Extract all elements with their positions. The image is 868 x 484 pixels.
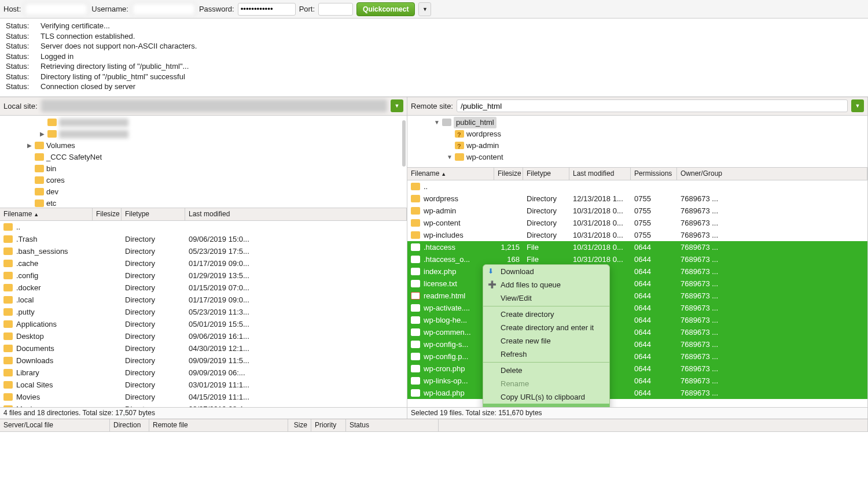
file-row[interactable]: wp-contentDirectory10/31/2018 0...075576… [407,217,867,229]
local-path-dropdown[interactable]: ▼ [391,99,403,112]
tree-item[interactable]: etc [2,198,404,208]
file-row[interactable]: LibraryDirectory09/09/2019 06:... [0,367,407,379]
port-input[interactable] [318,3,353,16]
file-row[interactable]: wp-blog-he...8 0...06447689673 ... [407,314,867,326]
menu-item[interactable]: View/Edit [483,291,609,305]
file-row[interactable]: wp-load.php8 0...06447689673 ... [407,387,867,399]
col-size[interactable]: Size [288,419,311,431]
file-permissions: 0644 [631,267,677,276]
remote-path-input[interactable] [457,99,848,112]
file-row[interactable]: license.txt8 0...06447689673 ... [407,278,867,290]
col-filesize[interactable]: Filesize [93,208,122,220]
col-priority[interactable]: Priority [311,419,346,431]
tree-item[interactable]: ▶Volumes [2,140,404,152]
tree-item[interactable]: xxxxxxxx [2,117,404,128]
file-row[interactable]: .puttyDirectory05/23/2019 11:3... [0,306,407,318]
file-row[interactable]: wp-activate....8 0...06447689673 ... [407,302,867,314]
menu-item[interactable]: File permissions... [483,404,609,407]
col-owner[interactable]: Owner/Group [677,168,867,180]
file-name: .local [16,295,34,304]
tree-item[interactable]: dev [2,186,404,198]
twisty-icon[interactable]: ▶ [39,128,45,140]
file-row[interactable]: wordpressDirectory12/13/2018 1...0755768… [407,193,867,205]
file-size [494,186,523,187]
quickconnect-button[interactable]: Quickconnect [356,2,415,16]
twisty-icon[interactable]: ▼ [434,117,440,128]
host-input[interactable] [24,3,88,16]
file-row[interactable]: .configDirectory01/29/2019 13:5... [0,269,407,282]
file-row[interactable]: .. [407,180,867,193]
remote-tree[interactable]: ▼public_htmlwordpresswp-admin▼wp-content [407,116,867,168]
col-permissions[interactable]: Permissions [631,168,677,180]
col-filetype[interactable]: Filetype [122,208,185,220]
file-row[interactable]: DownloadsDirectory09/09/2019 11:5... [0,354,407,367]
col-filesize[interactable]: Filesize [494,168,523,180]
file-row[interactable]: MoviesDirectory04/15/2019 11:1... [0,391,407,403]
file-row[interactable]: Local SitesDirectory03/01/2019 11:1... [0,379,407,391]
menu-item[interactable]: Create new file [483,334,609,348]
file-row[interactable]: .htaccess1,215File10/31/2018 0...0644768… [407,241,867,253]
menu-label: Download [501,267,534,276]
tree-item[interactable]: wp-admin [410,140,865,152]
file-row[interactable]: wp-links-op...8 0...06447689673 ... [407,375,867,387]
twisty-icon[interactable]: ▶ [27,140,32,152]
file-row[interactable]: ApplicationsDirectory05/01/2019 15:5... [0,318,407,330]
scrollbar[interactable] [402,120,406,167]
menu-item[interactable]: ➕Add files to queue [483,278,609,291]
username-input[interactable] [132,3,196,16]
col-status[interactable]: Status [346,419,439,431]
file-row[interactable]: wp-config-s...8 0...06447689673 ... [407,338,867,350]
menu-item[interactable]: Copy URL(s) to clipboard [483,390,609,404]
local-file-list[interactable]: ...TrashDirectory09/06/2019 15:0....bash… [0,221,407,407]
col-filetype[interactable]: Filetype [523,168,569,180]
file-name: .Trash [16,235,37,243]
col-filename[interactable]: Filename▲ [0,208,93,220]
file-row[interactable]: .localDirectory01/17/2019 09:0... [0,294,407,306]
file-row[interactable]: index.php8 0...06447689673 ... [407,265,867,278]
tree-item[interactable]: bin [2,163,404,175]
file-row[interactable]: .dockerDirectory01/15/2019 07:0... [0,282,407,294]
file-row[interactable]: wp-commen...8 0...06447689673 ... [407,326,867,338]
menu-item[interactable]: Refresh [483,348,609,361]
file-row[interactable]: DocumentsDirectory04/30/2019 12:1... [0,342,407,354]
file-row[interactable]: DesktopDirectory09/06/2019 16:1... [0,330,407,342]
col-filename[interactable]: Filename▲ [407,168,494,180]
file-row[interactable]: MusicDirectory03/07/2019 08:4... [0,403,407,407]
menu-item[interactable]: ⬇Download [483,265,609,278]
tree-item[interactable]: _CCC SafetyNet [2,152,404,163]
status-message: Logged in [41,51,73,62]
file-row[interactable]: .htaccess_o...168File10/31/2018 0...0644… [407,253,867,265]
file-row[interactable]: wp-adminDirectory10/31/2018 0...07557689… [407,205,867,217]
file-row[interactable]: .bash_sessionsDirectory05/23/2019 17:5..… [0,245,407,257]
tree-item[interactable]: ▼wp-content [410,152,865,163]
remote-file-list[interactable]: ..wordpressDirectory12/13/2018 1...07557… [407,180,867,407]
tree-item[interactable]: wordpress [410,128,865,140]
tree-item[interactable]: cores [2,175,404,186]
tree-item[interactable]: ▶xxxxxxxx [2,128,404,140]
menu-item[interactable]: Create directory and enter it [483,321,609,334]
password-input[interactable] [238,3,296,16]
local-tree[interactable]: xxxxxxxx▶xxxxxxxx▶Volumes_CCC SafetyNetb… [0,116,407,208]
file-row[interactable]: .TrashDirectory09/06/2019 15:0... [0,233,407,245]
menu-item[interactable]: Create directory [483,308,609,321]
col-direction[interactable]: Direction [110,419,149,431]
file-row[interactable]: wp-config.p...19 1...06447689673 ... [407,350,867,363]
col-modified[interactable]: Last modified [185,208,407,220]
twisty-icon[interactable]: ▼ [447,152,453,163]
col-server-file[interactable]: Server/Local file [0,419,110,431]
col-modified[interactable]: Last modified [569,168,631,180]
file-size: 168 [494,254,523,264]
file-row[interactable]: .. [0,221,407,233]
remote-path-dropdown[interactable]: ▼ [851,99,864,112]
quickconnect-dropdown[interactable]: ▼ [418,2,431,16]
file-row[interactable]: readme.html8 0...06447689673 ... [407,290,867,302]
local-path-input[interactable] [41,99,387,112]
col-remote-file[interactable]: Remote file [149,419,288,431]
file-row[interactable]: wp-includesDirectory10/31/2018 0...07557… [407,229,867,241]
menu-item[interactable]: Delete [483,364,609,377]
file-row[interactable]: .cacheDirectory01/17/2019 09:0... [0,257,407,269]
menu-label: View/Edit [501,294,532,302]
tree-item[interactable]: ▼public_html [410,117,865,128]
folder-icon [47,119,57,126]
file-row[interactable]: wp-cron.php8 0...06447689673 ... [407,363,867,375]
